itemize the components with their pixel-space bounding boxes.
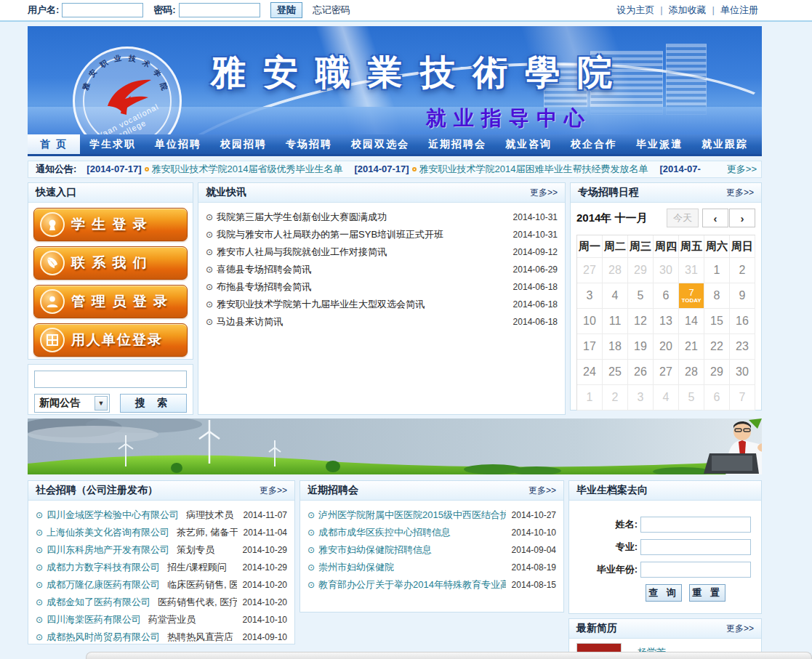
calendar-day[interactable]: 25	[603, 360, 628, 385]
college-logo: 雅安职业技术学院 Yaan vocational college	[73, 47, 182, 134]
notice-link[interactable]: 雅安职业技术学院2014届困难毕业生帮扶经费发放名单	[419, 163, 648, 174]
calendar-today-button[interactable]: 今天	[667, 209, 699, 227]
calendar-day[interactable]: 20	[654, 334, 679, 360]
fair-link[interactable]: 成都市成华区疾控中心招聘信息	[318, 526, 506, 539]
topbar-link-1[interactable]: 设为主页	[616, 4, 654, 15]
company-link[interactable]: 成都万隆亿康医药有限公司	[47, 578, 160, 591]
company-link[interactable]: 成都力方数字科技有限公司	[47, 561, 160, 574]
calendar-day[interactable]: 11	[603, 309, 628, 334]
company-link[interactable]: 四川金域医学检验中心有限公司	[47, 509, 179, 522]
nav-item-10[interactable]: 毕业派遣	[627, 134, 692, 154]
topbar-link-2[interactable]: 添加收藏	[669, 4, 707, 15]
name-field[interactable]	[640, 517, 751, 533]
calendar-day[interactable]: 8	[704, 283, 730, 309]
calendar-day[interactable]: 29	[704, 360, 730, 385]
news-link[interactable]: 雅安职业技术学院第十九届毕业生大型双选会简讯	[217, 298, 507, 311]
news-link[interactable]: 我院第三届大学生创新创业大赛圆满成功	[217, 211, 507, 224]
calendar-next-button[interactable]: ›	[729, 209, 755, 227]
fair-link[interactable]: 雅安市妇幼保健院招聘信息	[318, 543, 506, 557]
nav-item-5[interactable]: 专场招聘	[276, 134, 342, 154]
query-button[interactable]: 查 询	[646, 584, 682, 602]
major-field[interactable]	[640, 539, 751, 555]
chevron-down-icon[interactable]: ▼	[95, 396, 108, 411]
company-link[interactable]: 四川海棠医药有限公司	[47, 613, 141, 626]
calendar-day[interactable]: 30	[730, 360, 755, 385]
notice-more-link[interactable]: 更多>>	[723, 161, 757, 177]
nav-item-9[interactable]: 校企合作	[561, 134, 627, 154]
social-more-link[interactable]: 更多>>	[260, 485, 287, 497]
calendar-day[interactable]: 4	[603, 283, 628, 309]
list-item: ⊙教育部办公厅关于举办2014年特殊教育专业高2014-08-15	[307, 576, 556, 594]
calendar-day[interactable]: 5	[628, 283, 654, 309]
news-link[interactable]: 布拖县专场招聘会简讯	[217, 280, 507, 294]
calendar-day[interactable]: 6	[654, 283, 679, 309]
quick-button-3[interactable]: 管 理 员 登 录	[33, 285, 188, 318]
quick-button-2[interactable]: 联 系 我 们	[33, 246, 188, 280]
fair-link[interactable]: 泸州医学院附属中医医院2015级中西医结合护	[318, 509, 506, 522]
news-link[interactable]: 喜德县专场招聘会简讯	[217, 263, 507, 276]
password-input[interactable]	[179, 3, 260, 17]
nav-item-3[interactable]: 单位招聘	[145, 134, 211, 154]
company-link[interactable]: 成都热风时尚贸易有限公司	[47, 631, 160, 644]
quick-button-1[interactable]: 学 生 登 录	[33, 208, 188, 241]
news-more-link[interactable]: 更多>>	[530, 187, 558, 199]
calendar-day[interactable]: 23	[730, 334, 755, 360]
quick-button-4[interactable]: 用人单位登录	[33, 323, 188, 357]
search-category-select[interactable]: 新闻公告 ▼	[34, 394, 110, 413]
calendar-more-link[interactable]: 更多>>	[726, 187, 754, 199]
bullet-icon: ⊙	[307, 510, 315, 520]
notice-link[interactable]: 雅安职业技术学院2014届省级优秀毕业生名单	[152, 163, 343, 174]
calendar-day[interactable]: 28	[679, 360, 704, 385]
calendar-day[interactable]: 16	[730, 309, 755, 334]
calendar-day[interactable]: 10	[577, 309, 603, 334]
forgot-password-link[interactable]: 忘记密码	[313, 4, 350, 17]
resume-more-link[interactable]: 更多>>	[726, 623, 754, 635]
calendar-day[interactable]: 15	[704, 309, 730, 334]
calendar-day[interactable]: 27	[654, 360, 679, 385]
search-button[interactable]: 搜 索	[120, 394, 187, 413]
reset-button[interactable]: 重 置	[689, 584, 725, 602]
bullet-icon: ⊙	[206, 282, 213, 292]
calendar-day[interactable]: 9	[730, 283, 755, 309]
nav-item-6[interactable]: 校园双选会	[342, 134, 419, 154]
fair-link[interactable]: 教育部办公厅关于举办2014年特殊教育专业高	[318, 578, 506, 591]
calendar-day[interactable]: 19	[628, 334, 654, 360]
calendar-day[interactable]: 7TODAY	[679, 283, 704, 309]
nav-item-2[interactable]: 学生求职	[80, 134, 145, 154]
nav-item-7[interactable]: 近期招聘会	[419, 134, 496, 154]
calendar-day[interactable]: 22	[704, 334, 730, 360]
calendar-day[interactable]: 21	[679, 334, 704, 360]
nav-item-8[interactable]: 就业咨询	[496, 134, 561, 154]
calendar-day[interactable]: 12	[628, 309, 654, 334]
calendar-day[interactable]: 13	[654, 309, 679, 334]
nav-item-1[interactable]: 首 页	[28, 134, 80, 154]
calendar-day[interactable]: 3	[577, 283, 603, 309]
news-link[interactable]: 雅安市人社局与我院就创业工作对接简讯	[217, 246, 507, 259]
nav-item-4[interactable]: 校园招聘	[211, 134, 276, 154]
calendar-day[interactable]: 14	[679, 309, 704, 334]
calendar-prev-button[interactable]: ‹	[702, 209, 728, 227]
news-link[interactable]: 我院与雅安市人社局联办的第一届SYB培训班正式开班	[217, 228, 507, 241]
post-date: 2014-10-29	[243, 545, 287, 555]
fairs-more-link[interactable]: 更多>>	[528, 485, 556, 497]
fair-link[interactable]: 崇州市妇幼保健院	[318, 561, 506, 574]
company-link[interactable]: 上海仙茶美文化咨询有限公司	[47, 526, 169, 539]
topbar-link-3[interactable]: 单位注册	[720, 4, 758, 15]
company-link[interactable]: 四川东科房地产开发有限公司	[47, 543, 169, 557]
login-button[interactable]: 登陆	[270, 2, 302, 18]
fair-date: 2014-10-10	[512, 527, 556, 538]
list-item: ⊙雅安市人社局与我院就创业工作对接简讯2014-09-12	[206, 243, 558, 261]
username-input[interactable]	[62, 3, 143, 17]
nav-item-11[interactable]: 就业跟踪	[692, 134, 757, 154]
calendar-day[interactable]: 24	[577, 360, 603, 385]
graduation-year-field[interactable]	[640, 562, 751, 578]
job-title: 病理技术员	[186, 509, 237, 522]
search-input[interactable]	[34, 371, 187, 388]
calendar-day[interactable]: 1	[704, 258, 730, 283]
calendar-day[interactable]: 26	[628, 360, 654, 385]
company-link[interactable]: 成都金知了医药有限公司	[47, 596, 150, 609]
calendar-day[interactable]: 18	[603, 334, 628, 360]
calendar-day[interactable]: 17	[577, 334, 603, 360]
calendar-day[interactable]: 2	[730, 258, 755, 283]
news-link[interactable]: 马边县来访简讯	[217, 315, 507, 328]
